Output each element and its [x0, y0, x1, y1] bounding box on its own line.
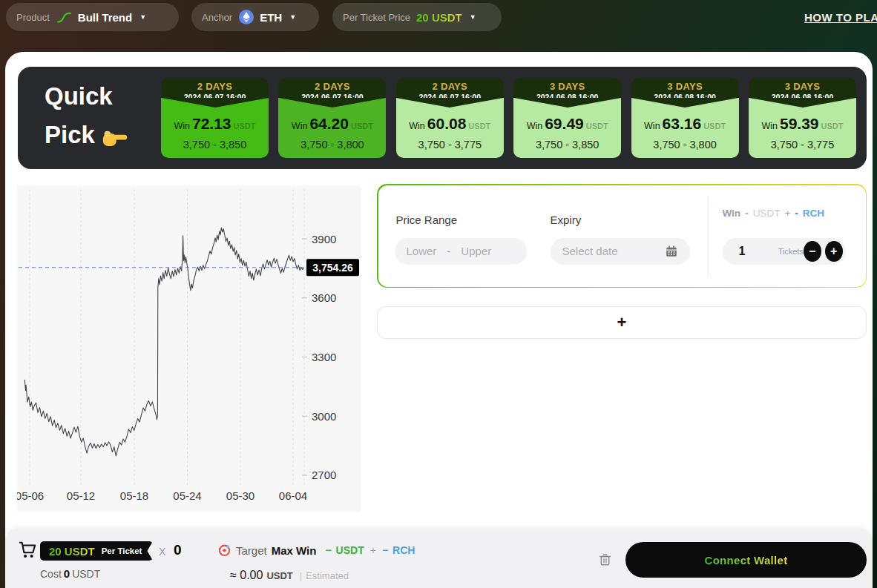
quick-pick-title: Quick Pick	[45, 77, 128, 159]
order-form-panel: Price Range Lower - Upper Expiry Select …	[377, 184, 867, 288]
card-range: 3,750 - 3,800	[278, 139, 386, 151]
card-range: 3,750 - 3,775	[396, 139, 504, 151]
ticket-plus-button[interactable]: +	[825, 241, 843, 262]
card-notch	[631, 98, 738, 108]
card-notch	[396, 98, 503, 108]
card-range: 3,750 - 3,800	[631, 139, 739, 151]
card-win: Win60.08USDT	[396, 115, 504, 133]
connect-wallet-button[interactable]: Connect Wallet	[625, 542, 867, 578]
card-duration: 2 DAYS	[396, 81, 504, 92]
plus-icon: +	[617, 313, 627, 332]
svg-text:3,754.26: 3,754.26	[312, 262, 353, 274]
card-range: 3,750 - 3,850	[513, 139, 621, 151]
estimated-row: ≈ 0.00 USDT | Estimated	[230, 569, 349, 582]
product-dropdown[interactable]: Product Bull Trend ▼	[6, 3, 179, 31]
win-preview: Win - USDT + - RCH	[723, 208, 825, 219]
price-chart[interactable]: 3900360033003000270005-0605-1205-1805-24…	[17, 185, 361, 512]
svg-text:05-12: 05-12	[67, 489, 95, 502]
anchor-label: Anchor	[202, 12, 232, 23]
card-win: Win64.20USDT	[278, 115, 386, 133]
expiry-date-input[interactable]: Select date	[551, 238, 690, 265]
quick-pick-card[interactable]: 3 DAYS 2024-06-08 16:00 Win59.39USDT 3,7…	[749, 78, 856, 158]
svg-text:3900: 3900	[312, 233, 336, 245]
chevron-down-icon: ▼	[289, 13, 296, 21]
card-body: Win63.16USDT 3,750 - 3,800	[631, 98, 739, 158]
main-panel: Quick Pick 2 DAYS 2024-06-07 16:00 Win72…	[5, 52, 873, 588]
ticket-minus-button[interactable]: −	[804, 241, 821, 262]
quick-pick-card[interactable]: 3 DAYS 2024-06-08 16:00 Win63.16USDT 3,7…	[631, 78, 739, 158]
card-body: Win69.49USDT 3,750 - 3,850	[513, 98, 621, 158]
ticket-quantity: 0	[174, 542, 182, 558]
calendar-icon[interactable]	[665, 245, 678, 258]
per-ticket-price-label: Per Ticket Price	[343, 12, 410, 23]
cost-row: Cost0USDT	[40, 567, 100, 580]
svg-text:3600: 3600	[312, 291, 336, 304]
expiry-placeholder: Select date	[562, 245, 618, 257]
chevron-down-icon: ▼	[139, 13, 146, 21]
app-root: Product Bull Trend ▼ Anchor ETH ▼ Per Ti…	[0, 0, 877, 588]
pointing-hand-icon	[102, 125, 128, 153]
bull-trend-icon	[56, 11, 72, 24]
anchor-dropdown[interactable]: Anchor ETH ▼	[191, 3, 319, 31]
expiry-label: Expiry	[551, 214, 582, 226]
svg-text:05-06: 05-06	[17, 489, 44, 502]
tickets-stepper[interactable]: 1 Tickets − +	[723, 238, 846, 265]
tickets-unit: Tickets	[778, 247, 803, 256]
lower-placeholder[interactable]: Lower	[407, 245, 437, 257]
card-win: Win59.39USDT	[749, 115, 856, 133]
per-ticket-price-dropdown[interactable]: Per Ticket Price 20 USDT ▼	[332, 3, 502, 31]
multiply-sign: X	[159, 546, 165, 558]
svg-text:2700: 2700	[312, 469, 336, 481]
svg-text:05-18: 05-18	[120, 489, 148, 502]
card-duration: 2 DAYS	[278, 81, 386, 92]
per-ticket-price-value: 20 USDT	[416, 11, 462, 24]
product-value: Bull Trend	[78, 11, 132, 24]
card-notch	[279, 98, 386, 108]
target-row: Target Max Win − USDT + − RCH	[218, 544, 415, 557]
chevron-down-icon: ▼	[470, 13, 476, 21]
price-range-label: Price Range	[396, 214, 458, 226]
svg-text:05-30: 05-30	[226, 489, 254, 502]
card-notch	[162, 98, 269, 108]
svg-text:3300: 3300	[312, 351, 336, 363]
card-range: 3,750 - 3,775	[749, 139, 856, 151]
how-to-play-link[interactable]: HOW TO PLAY	[804, 11, 877, 24]
range-separator: -	[447, 245, 450, 257]
card-notch	[514, 98, 621, 108]
tickets-value[interactable]: 1	[739, 245, 746, 258]
badge-price: 20 USDT	[49, 545, 95, 558]
card-duration: 3 DAYS	[631, 81, 739, 92]
badge-label: Per Ticket	[102, 546, 142, 555]
anchor-value: ETH	[260, 11, 282, 24]
trash-icon[interactable]	[598, 552, 612, 566]
estimated-value: ≈ 0.00	[230, 569, 263, 582]
svg-text:05-24: 05-24	[173, 489, 201, 502]
target-icon	[218, 544, 231, 557]
quick-pick-card[interactable]: 2 DAYS 2024-06-07 16:00 Win64.20USDT 3,7…	[278, 78, 386, 158]
per-ticket-badge: 20 USDT Per Ticket	[40, 541, 153, 561]
quick-pick-card[interactable]: 3 DAYS 2024-06-08 16:00 Win69.49USDT 3,7…	[513, 78, 621, 158]
card-notch	[749, 98, 856, 108]
card-body: Win59.39USDT 3,750 - 3,775	[749, 98, 856, 158]
add-position-button[interactable]: +	[377, 306, 867, 339]
cost-value: 0	[64, 567, 70, 580]
price-range-input[interactable]: Lower - Upper	[395, 238, 527, 265]
card-duration: 3 DAYS	[513, 81, 621, 92]
svg-text:3000: 3000	[312, 410, 336, 423]
card-duration: 3 DAYS	[749, 81, 856, 92]
svg-text:06-04: 06-04	[279, 489, 307, 502]
quick-pick-section: Quick Pick 2 DAYS 2024-06-07 16:00 Win72…	[18, 67, 867, 169]
card-win: Win63.16USDT	[631, 115, 739, 133]
card-body: Win60.08USDT 3,750 - 3,775	[396, 98, 504, 158]
card-win: Win69.49USDT	[513, 115, 621, 133]
upper-placeholder[interactable]: Upper	[461, 245, 491, 257]
quick-pick-card[interactable]: 2 DAYS 2024-06-07 16:00 Win72.13USDT 3,7…	[161, 78, 269, 158]
card-body: Win72.13USDT 3,750 - 3,850	[161, 98, 269, 158]
card-body: Win64.20USDT 3,750 - 3,800	[278, 98, 386, 158]
cart-icon[interactable]	[18, 541, 37, 559]
footer-bar: 20 USDT Per Ticket X 0 Cost0USDT Target …	[5, 529, 873, 588]
panel-divider	[708, 196, 709, 277]
card-range: 3,750 - 3,850	[161, 139, 269, 151]
quick-pick-card[interactable]: 2 DAYS 2024-06-07 16:00 Win60.08USDT 3,7…	[396, 78, 504, 158]
card-win: Win72.13USDT	[161, 115, 269, 133]
